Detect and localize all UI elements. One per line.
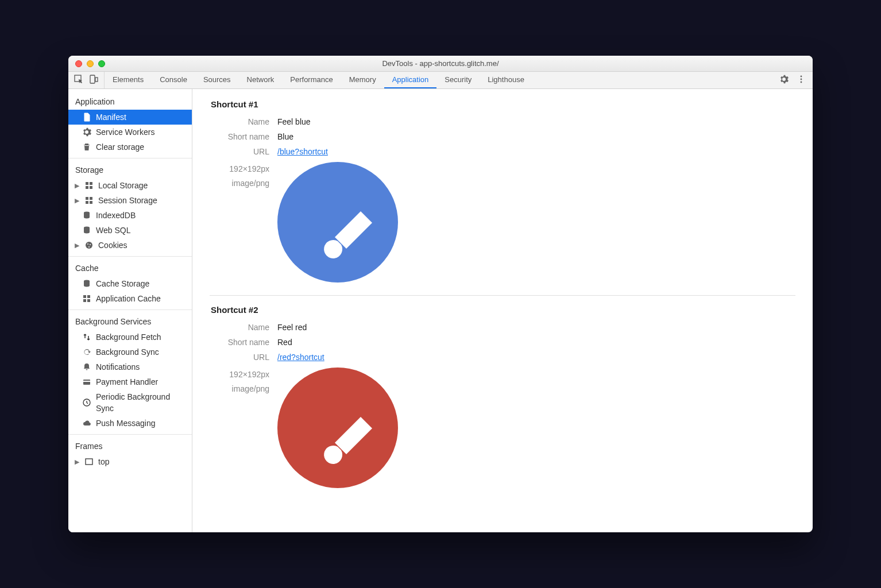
sidebar-item-label: Manifest bbox=[96, 111, 126, 123]
field-label-shortname: Short name bbox=[210, 132, 277, 141]
shortcut-icon-preview bbox=[277, 162, 398, 283]
field-label-url: URL bbox=[210, 353, 277, 362]
shortcut-url-link[interactable]: /red?shortcut bbox=[277, 353, 324, 362]
sidebar-item-label: Notifications bbox=[96, 361, 140, 373]
gear-icon bbox=[82, 127, 91, 137]
tab-sources[interactable]: Sources bbox=[195, 72, 239, 88]
sidebar-item-label: Cache Storage bbox=[96, 278, 149, 289]
cookie-icon bbox=[84, 241, 94, 250]
sidebar-heading-cache: Cache bbox=[68, 260, 192, 276]
shortcut-block-2: Shortcut #2 Name Feel red Short name Red… bbox=[210, 305, 795, 501]
sidebar-item-periodic-background-sync[interactable]: Periodic Background Sync bbox=[68, 389, 192, 416]
sidebar-item-top-frame[interactable]: ▶ top bbox=[68, 454, 192, 469]
sidebar-item-label: Cookies bbox=[98, 239, 127, 251]
sidebar-item-label: Service Workers bbox=[96, 126, 154, 138]
field-label-url: URL bbox=[210, 147, 277, 156]
tab-security[interactable]: Security bbox=[436, 72, 480, 88]
tab-console[interactable]: Console bbox=[152, 72, 195, 88]
settings-icon[interactable] bbox=[779, 75, 789, 86]
sidebar-item-payment-handler[interactable]: Payment Handler bbox=[68, 374, 192, 389]
tab-memory[interactable]: Memory bbox=[341, 72, 384, 88]
sidebar-item-label: Periodic Background Sync bbox=[96, 391, 187, 414]
chevron-right-icon: ▶ bbox=[74, 456, 80, 467]
database-icon bbox=[82, 279, 91, 288]
chevron-right-icon: ▶ bbox=[74, 239, 80, 251]
sidebar-item-push-messaging[interactable]: Push Messaging bbox=[68, 416, 192, 431]
grid-icon bbox=[84, 196, 94, 205]
shortcut-title: Shortcut #1 bbox=[210, 99, 795, 109]
shortcut-shortname-value: Red bbox=[277, 338, 292, 347]
icon-type-label: image/png bbox=[210, 176, 269, 191]
icon-size-label: 192×192px bbox=[210, 162, 269, 176]
devtools-window: DevTools - app-shortcuts.glitch.me/ Elem… bbox=[68, 56, 813, 532]
titlebar: DevTools - app-shortcuts.glitch.me/ bbox=[68, 56, 813, 72]
manifest-content: Shortcut #1 Name Feel blue Short name Bl… bbox=[192, 89, 813, 532]
icon-size-label: 192×192px bbox=[210, 368, 269, 382]
frame-icon bbox=[84, 457, 94, 466]
sidebar-item-label: Background Sync bbox=[96, 346, 159, 358]
sidebar-item-cookies[interactable]: ▶ Cookies bbox=[68, 238, 192, 253]
shortcut-shortname-value: Blue bbox=[277, 132, 293, 141]
shortcut-icon-preview bbox=[277, 368, 398, 488]
tab-application[interactable]: Application bbox=[384, 72, 437, 88]
sidebar-item-cache-storage[interactable]: Cache Storage bbox=[68, 276, 192, 291]
devtools-tabstrip: Elements Console Sources Network Perform… bbox=[68, 72, 813, 89]
shortcut-title: Shortcut #2 bbox=[210, 305, 795, 315]
tab-network[interactable]: Network bbox=[239, 72, 283, 88]
sidebar-item-label: Session Storage bbox=[98, 195, 157, 206]
window-title: DevTools - app-shortcuts.glitch.me/ bbox=[68, 59, 813, 68]
database-icon bbox=[82, 211, 91, 220]
application-sidebar: Application Manifest Service Workers Cle… bbox=[68, 89, 192, 532]
close-window-button[interactable] bbox=[75, 60, 82, 67]
card-icon bbox=[82, 377, 91, 386]
sidebar-item-clear-storage[interactable]: Clear storage bbox=[68, 140, 192, 154]
minimize-window-button[interactable] bbox=[87, 60, 94, 67]
sidebar-item-websql[interactable]: Web SQL bbox=[68, 223, 192, 238]
sidebar-item-session-storage[interactable]: ▶ Session Storage bbox=[68, 193, 192, 208]
cloud-icon bbox=[82, 419, 91, 428]
sidebar-item-application-cache[interactable]: Application Cache bbox=[68, 291, 192, 306]
sidebar-item-local-storage[interactable]: ▶ Local Storage bbox=[68, 178, 192, 193]
transfer-icon bbox=[82, 332, 91, 342]
chevron-right-icon: ▶ bbox=[74, 195, 80, 206]
inspect-icon[interactable] bbox=[74, 75, 83, 86]
shortcut-name-value: Feel red bbox=[277, 323, 307, 332]
sidebar-item-label: Push Messaging bbox=[96, 417, 156, 429]
database-icon bbox=[82, 226, 91, 235]
sidebar-item-label: top bbox=[98, 456, 109, 467]
sidebar-item-label: Payment Handler bbox=[96, 376, 158, 388]
field-label-name: Name bbox=[210, 117, 277, 126]
chevron-right-icon: ▶ bbox=[74, 180, 80, 191]
sidebar-heading-application: Application bbox=[68, 94, 192, 110]
sidebar-heading-frames: Frames bbox=[68, 438, 192, 454]
tab-elements[interactable]: Elements bbox=[105, 72, 152, 88]
tab-performance[interactable]: Performance bbox=[282, 72, 341, 88]
shortcut-block-1: Shortcut #1 Name Feel blue Short name Bl… bbox=[210, 99, 795, 296]
sidebar-item-label: Local Storage bbox=[98, 180, 148, 191]
sidebar-item-manifest[interactable]: Manifest bbox=[68, 110, 192, 125]
grid-icon bbox=[82, 294, 91, 303]
sidebar-item-service-workers[interactable]: Service Workers bbox=[68, 125, 192, 140]
sidebar-item-background-fetch[interactable]: Background Fetch bbox=[68, 330, 192, 345]
more-icon[interactable] bbox=[797, 75, 806, 86]
tab-lighthouse[interactable]: Lighthouse bbox=[480, 72, 532, 88]
device-toggle-icon[interactable] bbox=[89, 75, 98, 86]
window-controls bbox=[68, 60, 105, 67]
trash-icon bbox=[82, 142, 91, 152]
field-label-shortname: Short name bbox=[210, 338, 277, 347]
field-label-name: Name bbox=[210, 323, 277, 332]
sidebar-item-notifications[interactable]: Notifications bbox=[68, 359, 192, 374]
sidebar-item-background-sync[interactable]: Background Sync bbox=[68, 345, 192, 359]
sidebar-item-label: Web SQL bbox=[96, 225, 130, 236]
shortcut-url-link[interactable]: /blue?shortcut bbox=[277, 147, 328, 156]
sidebar-heading-storage: Storage bbox=[68, 162, 192, 178]
zoom-window-button[interactable] bbox=[98, 60, 105, 67]
sidebar-heading-background: Background Services bbox=[68, 314, 192, 330]
sync-icon bbox=[82, 347, 91, 357]
panel-tabs: Elements Console Sources Network Perform… bbox=[105, 72, 532, 88]
file-icon bbox=[82, 113, 91, 122]
sidebar-item-indexeddb[interactable]: IndexedDB bbox=[68, 208, 192, 223]
sidebar-item-label: Background Fetch bbox=[96, 331, 161, 343]
icon-type-label: image/png bbox=[210, 382, 269, 396]
clock-icon bbox=[82, 398, 91, 407]
